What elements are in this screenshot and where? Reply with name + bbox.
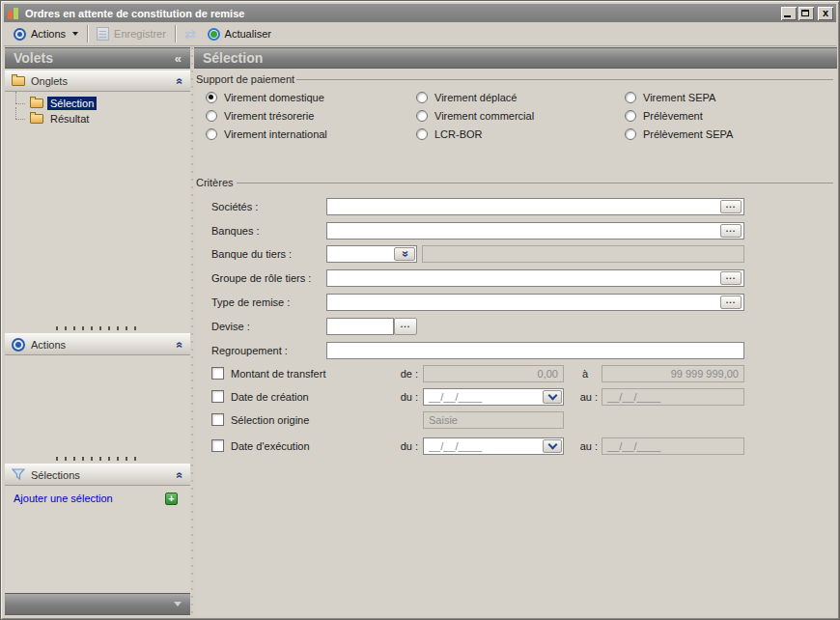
date-execution-du-combo[interactable]: __/__/____ <box>423 437 564 455</box>
regroupement-input[interactable] <box>326 342 744 359</box>
actions-icon <box>14 28 26 41</box>
banque-tiers-label: Banque du tiers : <box>211 248 292 260</box>
date-creation-dropdown-button[interactable] <box>543 390 562 404</box>
enregistrer-button[interactable]: Enregistrer <box>91 25 172 42</box>
section-splitter-handle[interactable] <box>56 457 139 461</box>
sidebar-collapse-icon[interactable]: « <box>175 51 182 66</box>
radio-label: Virement domestique <box>224 92 324 103</box>
page-title: Sélection <box>203 50 263 66</box>
sidebar-bottom-bar[interactable] <box>5 593 190 615</box>
toolbar-separator <box>87 25 88 42</box>
sync-icon: ⇄ <box>184 27 196 41</box>
maximize-button[interactable] <box>798 7 814 20</box>
societes-label: Sociétés : <box>211 201 258 212</box>
radio-virement-domestique[interactable] <box>206 92 217 103</box>
title-bar[interactable]: Ordres en attente de constitution de rem… <box>4 4 836 22</box>
type-remise-input[interactable] <box>326 294 744 311</box>
type-remise-browse-button[interactable]: ... <box>720 296 742 309</box>
societes-browse-button[interactable]: ... <box>720 200 742 213</box>
sidebar-title: Volets <box>14 50 53 66</box>
banque-tiers-combo[interactable]: « <box>326 245 417 263</box>
chevron-up-icon[interactable]: « <box>174 471 187 478</box>
add-selection-link[interactable]: Ajouter une sélection <box>14 493 113 504</box>
radio-lcr-bor[interactable] <box>416 128 428 140</box>
date-execution-label: Date d'exécution <box>231 440 310 452</box>
radio-virement-tresorerie[interactable] <box>206 110 217 122</box>
chevron-up-icon[interactable]: « <box>174 341 187 348</box>
main-panel-header: Sélection <box>194 47 837 69</box>
tree-item-label: Sélection <box>47 97 97 110</box>
folder-icon <box>30 114 43 124</box>
radio-prelevement[interactable] <box>625 110 636 122</box>
application-window: Ordres en attente de constitution de rem… <box>0 0 840 620</box>
groupe-role-browse-button[interactable]: ... <box>720 271 742 285</box>
radio-virement-commercial[interactable] <box>416 110 428 122</box>
radio-prelevement-sepa[interactable] <box>625 128 636 140</box>
close-button[interactable]: x <box>818 7 833 20</box>
open-folder-icon <box>30 99 43 108</box>
actions-menu-button[interactable]: Actions <box>8 26 84 42</box>
section-header-onglets[interactable]: Onglets « <box>5 70 190 92</box>
radio-label: Virement SEPA <box>643 92 715 103</box>
radio-label: Virement international <box>224 128 327 140</box>
banque-tiers-dropdown-button[interactable]: « <box>394 247 415 261</box>
montant-transfert-checkbox[interactable] <box>211 367 224 380</box>
chevron-up-icon[interactable]: « <box>174 78 187 85</box>
banques-input[interactable] <box>326 222 744 240</box>
sidebar-item-selection[interactable]: Sélection <box>13 96 97 111</box>
montant-transfert-label: Montant de transfert <box>231 368 325 380</box>
actualiser-button[interactable]: Actualiser <box>202 26 277 42</box>
radio-label: Prélèvement SEPA <box>643 128 733 140</box>
chevron-down-icon <box>174 602 182 606</box>
date-creation-du-combo[interactable]: __/__/____ <box>423 388 564 406</box>
selections-section-label: Sélections <box>31 469 80 481</box>
selection-origine-input: Saisie <box>423 411 564 429</box>
date-execution-dropdown-button[interactable] <box>543 439 562 453</box>
main-panel: Sélection Support de paiement Virement d… <box>194 47 837 616</box>
minimize-icon <box>784 15 791 17</box>
sync-button[interactable]: ⇄ <box>179 25 202 42</box>
selection-origine-checkbox[interactable] <box>211 413 224 426</box>
sidebar-item-resultat[interactable]: Résultat <box>13 111 92 127</box>
close-icon: x <box>818 7 833 20</box>
date-creation-au-input: __/__/____ <box>602 388 744 406</box>
chevron-down-icon <box>72 32 78 36</box>
radio-label: Virement déplacé <box>434 92 517 103</box>
date-creation-au-label: au : <box>566 391 598 403</box>
banque-tiers-detail-field <box>422 245 744 263</box>
montant-de-input: 0,00 <box>423 365 564 382</box>
date-creation-du-label: du : <box>368 391 418 403</box>
actions-section-label: Actions <box>31 339 66 351</box>
actions-icon <box>12 338 25 352</box>
toolbar-separator <box>175 25 176 42</box>
enregistrer-label: Enregistrer <box>114 28 166 40</box>
minimize-button[interactable] <box>781 7 797 20</box>
section-splitter-handle[interactable] <box>56 326 139 330</box>
banques-browse-button[interactable]: ... <box>720 224 742 238</box>
devise-input[interactable] <box>326 318 394 335</box>
sidebar: Volets « Onglets « Sélection Résultat Ac… <box>5 47 190 616</box>
radio-label: LCR-BOR <box>434 128 483 140</box>
banques-label: Banques : <box>211 225 260 237</box>
radio-virement-sepa[interactable] <box>625 92 636 103</box>
refresh-icon <box>208 28 220 41</box>
selection-origine-label: Sélection origine <box>231 414 309 426</box>
section-header-actions[interactable]: Actions « <box>5 333 190 355</box>
groupe-role-input[interactable] <box>326 269 744 287</box>
devise-browse-button[interactable]: ... <box>394 318 417 335</box>
radio-virement-deplace[interactable] <box>416 92 428 103</box>
regroupement-label: Regroupement : <box>211 345 288 356</box>
actualiser-label: Actualiser <box>225 28 271 40</box>
montant-a-label: à <box>582 368 588 380</box>
section-header-selections[interactable]: Sélections « <box>5 464 190 486</box>
date-creation-checkbox[interactable] <box>211 390 224 403</box>
window-title: Ordres en attente de constitution de rem… <box>25 8 779 19</box>
actions-menu-label: Actions <box>31 28 66 40</box>
date-execution-checkbox[interactable] <box>211 439 224 452</box>
add-selection-plus-button[interactable]: + <box>165 493 178 505</box>
toolbar: Actions Enregistrer ⇄ Actualiser <box>4 22 836 46</box>
radio-virement-international[interactable] <box>206 128 217 140</box>
onglets-section-label: Onglets <box>31 75 68 87</box>
societes-input[interactable] <box>326 198 744 215</box>
support-group-line <box>296 79 833 80</box>
